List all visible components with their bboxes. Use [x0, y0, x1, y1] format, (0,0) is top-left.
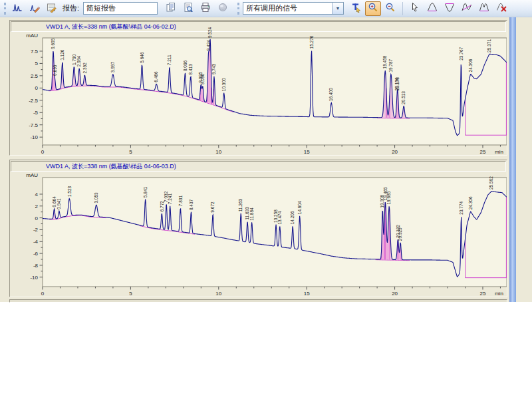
annotate-signal-button[interactable] [44, 1, 60, 16]
toolbar-drag-handle[interactable] [4, 3, 6, 15]
svg-text:1.523: 1.523 [67, 186, 72, 197]
chromatogram-plot-2[interactable]: 0510152025min420-2-4-6-8-10mAU0.6640.941… [10, 172, 507, 297]
svg-text:-2: -2 [33, 227, 39, 233]
svg-text:0: 0 [41, 149, 45, 155]
report-type-combo[interactable]: 简短报告 [83, 2, 158, 15]
zoom-out-icon [385, 2, 396, 15]
chevron-down-icon[interactable]: ▼ [332, 3, 343, 14]
svg-text:-6: -6 [33, 251, 39, 257]
svg-text:15: 15 [304, 291, 310, 297]
negative-peak-icon [444, 2, 455, 15]
select-cursor-button[interactable] [407, 1, 423, 16]
svg-text:-8: -8 [33, 263, 39, 269]
svg-text:8.413: 8.413 [188, 64, 193, 75]
plot-frame [43, 178, 507, 287]
svg-text:1.790: 1.790 [72, 54, 76, 65]
svg-text:10.300: 10.300 [221, 78, 226, 91]
svg-text:9.424: 9.424 [206, 40, 211, 51]
svg-text:9.096: 9.096 [200, 73, 205, 84]
tangent-skim-tool-button[interactable] [459, 1, 475, 16]
svg-text:0.664: 0.664 [52, 196, 57, 207]
chromatogram-plot-1[interactable]: 0510152025min7.552.50-2.5-5-7.5-10mAU0.6… [10, 33, 507, 155]
manual-integrate-button[interactable] [27, 1, 43, 16]
publish-button[interactable] [215, 1, 231, 16]
svg-text:2.084: 2.084 [76, 56, 81, 67]
pointer-text-button[interactable] [348, 1, 364, 16]
x-axis-unit: min [495, 291, 503, 297]
svg-text:1.126: 1.126 [60, 49, 65, 61]
chart-2-title: VWD1 A, 波长=338 nm (氨基酸\样品 04-06-03.D) [11, 161, 506, 172]
svg-text:4: 4 [35, 192, 39, 198]
copy-report-icon [166, 2, 176, 15]
svg-text:11.884: 11.884 [249, 207, 254, 221]
svg-text:0: 0 [35, 85, 39, 91]
svg-text:20.513: 20.513 [401, 91, 406, 104]
pointer-text-icon [350, 2, 361, 15]
chromatogram-panel-2: VWD1 A, 波长=338 nm (氨基酸\样品 04-06-03.D) 05… [9, 160, 507, 297]
print-preview-button[interactable] [180, 1, 196, 16]
svg-text:7.5: 7.5 [31, 49, 39, 55]
svg-text:5.841: 5.841 [143, 186, 148, 198]
svg-text:9.743: 9.743 [211, 63, 216, 74]
negative-peak-tool-button[interactable] [442, 1, 458, 16]
x-axis-unit: min [495, 149, 503, 155]
manual-integrate-icon [29, 2, 40, 15]
svg-text:19.458: 19.458 [382, 55, 387, 68]
peak-icon [427, 2, 438, 15]
zoom-out-button[interactable] [382, 1, 398, 16]
svg-text:25: 25 [480, 291, 486, 297]
svg-text:13.474: 13.474 [277, 211, 282, 224]
print-icon [200, 2, 211, 15]
svg-text:19.685: 19.685 [386, 191, 391, 204]
annotate-signal-icon [47, 2, 57, 15]
svg-text:7.211: 7.211 [167, 55, 172, 65]
zoom-in-button[interactable] [365, 1, 381, 16]
svg-text:25: 25 [480, 149, 486, 155]
svg-text:-10: -10 [30, 134, 38, 140]
publish-icon [217, 2, 228, 15]
svg-text:5: 5 [129, 149, 132, 155]
report-label: 报告: [63, 3, 79, 13]
copy-report-button[interactable] [163, 1, 179, 16]
bottom-scroll-strip[interactable] [9, 299, 507, 303]
svg-text:-7.5: -7.5 [29, 122, 38, 128]
integrate-button[interactable] [9, 1, 25, 16]
chart-1-title: VWD1 A, 波长=338 nm (氨基酸\样品 04-06-02.D) [11, 21, 506, 32]
delete-peak-tool-button[interactable] [493, 1, 509, 16]
svg-text:2.392: 2.392 [82, 63, 87, 74]
svg-text:20.178: 20.178 [396, 77, 400, 90]
shoulder-peak-tool-button[interactable] [476, 1, 492, 16]
peak-tool-button[interactable] [424, 1, 440, 16]
svg-text:5: 5 [35, 61, 39, 66]
y-axis-unit: mAU [26, 33, 38, 39]
svg-text:25.371: 25.371 [487, 39, 491, 53]
svg-text:7.831: 7.831 [178, 196, 183, 207]
svg-text:3.053: 3.053 [94, 192, 98, 203]
y-axis-unit: mAU [26, 172, 38, 178]
signals-combo[interactable]: 所有调用的信号 ▼ [243, 2, 344, 15]
svg-text:24.306: 24.306 [468, 59, 473, 72]
toolbar-separator [402, 2, 403, 15]
chromatogram-svg-2[interactable]: 0510152025min420-2-4-6-8-10mAU0.6640.941… [10, 172, 507, 297]
svg-text:0.695: 0.695 [53, 65, 57, 76]
print-button[interactable] [198, 1, 213, 16]
svg-text:19.787: 19.787 [388, 59, 393, 72]
svg-text:-2.5: -2.5 [29, 98, 38, 104]
toolbar: 报告: 简短报告 所有调用的信号 ▼ [0, 0, 532, 17]
report-type-value: 简短报告 [84, 3, 157, 13]
chromatogram-workspace: VWD1 A, 波长=338 nm (氨基酸\样品 04-06-02.D) 05… [0, 17, 532, 302]
svg-text:14.604: 14.604 [297, 201, 302, 214]
svg-text:0.605: 0.605 [51, 38, 55, 49]
svg-text:10: 10 [215, 149, 221, 155]
svg-text:5: 5 [129, 291, 132, 297]
toolbar-drag-handle-2[interactable] [237, 3, 239, 15]
window-border [509, 17, 516, 302]
integrate-icon [12, 2, 23, 15]
select-cursor-icon [410, 2, 420, 15]
svg-text:6.466: 6.466 [154, 71, 158, 82]
svg-text:-10: -10 [30, 275, 38, 281]
svg-text:10: 10 [215, 291, 221, 297]
chromatogram-panel-1: VWD1 A, 波长=338 nm (氨基酸\样品 04-06-02.D) 05… [9, 20, 507, 156]
svg-text:20.325: 20.325 [398, 227, 402, 241]
chromatogram-svg-1[interactable]: 0510152025min7.552.50-2.5-5-7.5-10mAU0.6… [10, 33, 507, 155]
